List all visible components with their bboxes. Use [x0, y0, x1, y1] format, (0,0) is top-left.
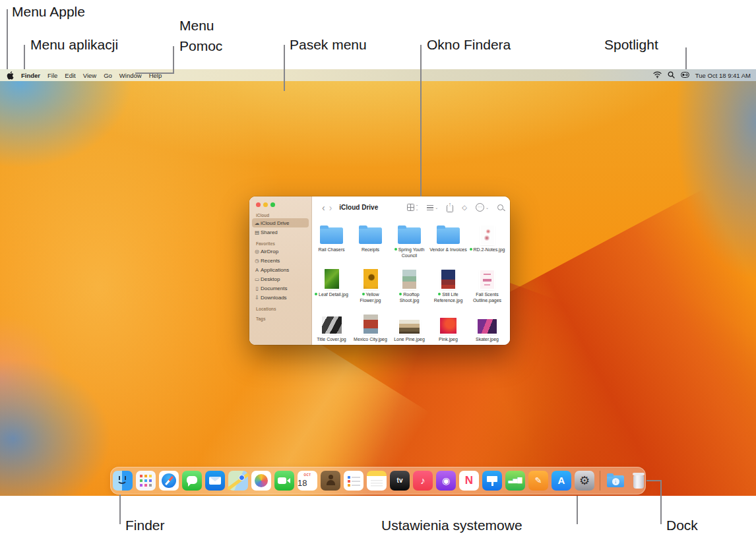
callout-ustawienia: Ustawienia systemowe	[381, 515, 522, 535]
callout-menu-aplikacji: Menu aplikacji	[30, 34, 118, 55]
file-item[interactable]: Still Life Reference.jpg	[429, 264, 468, 309]
callout-line-pasek-menu	[284, 45, 285, 91]
control-center-icon[interactable]	[681, 72, 689, 79]
icloud-synced-dot	[399, 293, 402, 295]
menu-item-file[interactable]: File	[47, 72, 57, 79]
dock-item-appstore[interactable]: A	[551, 471, 571, 491]
file-thumbnail	[322, 309, 342, 334]
sidebar-item-icloud-drive[interactable]: ☁iCloud Drive	[252, 218, 309, 227]
minimize-button[interactable]	[263, 202, 268, 207]
menu-item-finder[interactable]: Finder	[21, 72, 40, 79]
dock-icon-text: OCT	[298, 473, 317, 477]
dock-item-messages[interactable]	[182, 471, 202, 491]
finder-window[interactable]: iCloud☁iCloud Drive▤SharedFavorites◎AirD…	[249, 196, 510, 345]
dock-item-news[interactable]: N	[459, 471, 479, 491]
forward-button[interactable]: ›	[327, 203, 334, 212]
dock-item-reminders[interactable]	[344, 471, 363, 491]
dock-item-launchpad[interactable]	[136, 471, 156, 491]
dock-icon-glyph: 18	[298, 478, 307, 488]
callout-line-okno-findera	[420, 45, 422, 196]
menu-item-go[interactable]: Go	[104, 72, 112, 79]
sidebar-item-shared[interactable]: ▤Shared	[252, 227, 309, 237]
dock-item-keynote[interactable]	[482, 471, 502, 491]
file-item[interactable]: Mexico City.jpeg	[351, 309, 390, 345]
dock-icon-glyph: ◉	[436, 471, 456, 491]
callout-menu-pomoc: Menu Pomoc	[179, 15, 245, 56]
file-item[interactable]: Spring Youth Council	[390, 219, 429, 264]
file-item[interactable]: Receipts	[351, 219, 390, 264]
sidebar-item-recents[interactable]: ◷Recents	[252, 256, 309, 265]
file-item[interactable]: Pink.jpeg	[429, 309, 468, 345]
shared-folder-icon: ▤	[253, 229, 261, 235]
dock-item-numbers[interactable]: ▃▅▇	[505, 471, 525, 491]
file-item[interactable]: Fall Scents Outline.pages	[468, 264, 507, 309]
apple-logo-icon	[7, 71, 14, 80]
file-name: Vendor & Invoices	[429, 247, 468, 253]
sidebar-item-label: Desktop	[261, 276, 280, 282]
sidebar-section-header-favorites: Favorites	[249, 241, 311, 247]
dock-icon-glyph: N	[459, 471, 479, 491]
close-button[interactable]	[256, 202, 261, 207]
group-by-icon	[427, 205, 433, 210]
zoom-button[interactable]	[270, 202, 275, 207]
dock-item-safari[interactable]	[159, 471, 179, 491]
group-by-button[interactable]: ⌄	[427, 205, 438, 210]
dock-item-maps[interactable]	[228, 471, 248, 491]
spotlight-search-icon[interactable]	[668, 71, 675, 80]
menu-item-view[interactable]: View	[83, 72, 96, 79]
dock-item-pages[interactable]: ✎	[528, 471, 548, 491]
file-item[interactable]: Vendor & Invoices	[429, 219, 468, 264]
file-item[interactable]: Yellow Flower.jpg	[351, 264, 390, 309]
dock-item-photos[interactable]	[251, 471, 271, 491]
file-item[interactable]: Lone Pine.jpeg	[390, 309, 429, 345]
sidebar-item-applications[interactable]: AApplications	[252, 265, 309, 274]
dock-item-music[interactable]: ♪	[413, 471, 433, 491]
desktop[interactable]: FinderFileEditViewGoWindowHelp Tue Oct 1…	[0, 69, 756, 496]
sidebar-item-label: AirDrop	[261, 249, 278, 255]
icon-view-button[interactable]: ⌃⌄	[407, 204, 419, 211]
toolbar-buttons: ⌃⌄ ⌄ ◇ ⋯⌄	[407, 203, 503, 212]
dock-item-notes[interactable]	[367, 471, 387, 491]
dock-item-contacts[interactable]	[321, 471, 340, 491]
sidebar-item-downloads[interactable]: ⇩Downloads	[252, 293, 309, 302]
more-actions-button[interactable]: ⋯⌄	[476, 203, 489, 212]
dock-item-trash[interactable]	[629, 471, 648, 491]
dock-separator	[600, 471, 600, 491]
wifi-icon[interactable]	[653, 71, 662, 80]
tags-button[interactable]: ◇	[462, 204, 467, 211]
search-button[interactable]	[497, 204, 503, 210]
dock-item-mail[interactable]	[205, 471, 225, 491]
finder-main: ‹ › iCloud Drive ⌃⌄ ⌄ ◇ ⋯⌄ Rail ChasersR…	[312, 196, 510, 345]
dock-item-settings[interactable]: ⚙	[575, 471, 594, 491]
callout-pasek-menu: Pasek menu	[290, 34, 367, 55]
back-button[interactable]: ‹	[320, 203, 327, 212]
sidebar-item-desktop[interactable]: ▭Desktop	[252, 274, 309, 284]
file-thumbnail	[399, 309, 420, 334]
file-item[interactable]: Title Cover.jpg	[312, 309, 351, 345]
sidebar-item-documents[interactable]: ▯Documents	[252, 284, 309, 293]
file-name: Rail Chasers	[313, 247, 351, 253]
file-item[interactable]: Skater.jpeg	[468, 309, 507, 345]
dock[interactable]: OCT18tv♪◉N▃▅▇✎A⚙↓	[110, 467, 646, 495]
dock-item-downloads[interactable]: ↓	[606, 471, 625, 491]
share-button[interactable]	[447, 203, 453, 212]
menu-item-edit[interactable]: Edit	[65, 72, 75, 79]
dock-item-finder[interactable]	[113, 471, 133, 491]
file-thumbnail	[402, 264, 416, 289]
apple-menu[interactable]	[7, 71, 14, 80]
file-thumbnail	[440, 309, 457, 334]
dock-item-calendar[interactable]: OCT18	[298, 471, 317, 491]
sidebar-item-airdrop[interactable]: ◎AirDrop	[252, 247, 309, 256]
dock-item-tv[interactable]: tv	[390, 471, 410, 491]
dock-item-podcasts[interactable]: ◉	[436, 471, 456, 491]
file-item[interactable]: RD.2-Notes.jpg	[468, 219, 507, 264]
icloud-synced-dot	[315, 293, 317, 295]
sidebar-section-header-icloud: iCloud	[249, 213, 311, 218]
file-item[interactable]: Leaf Detail.jpg	[312, 264, 351, 309]
file-item[interactable]: Rail Chasers	[312, 219, 351, 264]
folder-icon	[398, 219, 421, 244]
file-item[interactable]: Rooftop Shoot.jpg	[390, 264, 429, 309]
dock-item-facetime[interactable]	[274, 471, 294, 491]
menu-bar-clock[interactable]: Tue Oct 18 9:41 AM	[695, 72, 751, 79]
window-title: iCloud Drive	[339, 204, 378, 211]
